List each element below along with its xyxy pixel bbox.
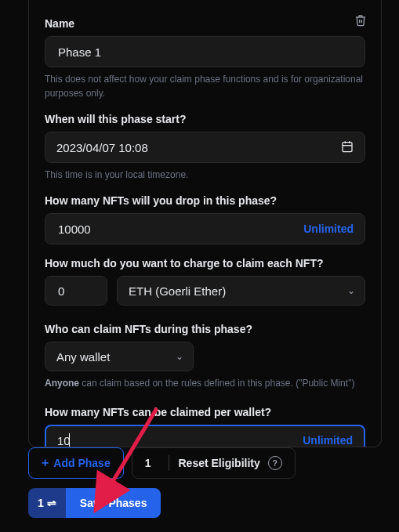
text-cursor [69,433,70,447]
separator [169,455,169,471]
svg-rect-0 [343,142,352,151]
name-input-field[interactable] [56,45,354,60]
delete-phase-icon[interactable] [354,14,367,30]
plus-icon: + [42,457,49,469]
price-input[interactable] [45,276,107,306]
swap-icon: ⇌ [47,497,56,509]
who-help: Anyone can claim based on the rules defi… [45,376,365,390]
currency-select[interactable]: ETH (Goerli Ether) ⌄ [117,276,365,306]
add-phase-button[interactable]: + Add Phase [28,447,124,479]
perwallet-input[interactable]: 10 Unlimited [45,425,365,447]
save-phases-button[interactable]: Save Phases [66,488,161,518]
who-select[interactable]: Any wallet ⌄ [45,342,194,371]
chevron-down-icon: ⌄ [176,351,183,362]
when-label: When will this phase start? [45,113,365,125]
save-phases-group: 1 ⇌ Save Phases [28,488,161,518]
chevron-down-icon: ⌄ [347,285,355,296]
drop-unlimited-button[interactable]: Unlimited [303,223,354,235]
who-label: Who can claim NFTs during this phase? [45,323,365,335]
charge-label: How much do you want to charge to claim … [45,257,365,270]
name-label: Name [45,17,365,30]
price-input-field[interactable] [56,284,96,299]
perwallet-label: How many NFTs can be claimed per wallet? [45,406,365,418]
reset-count: 1 [145,457,151,469]
date-value: 2023/04/07 10:08 [56,141,148,154]
when-help: This time is in your local timezone. [45,168,365,182]
calendar-icon[interactable] [341,140,354,155]
name-input[interactable] [45,36,365,67]
date-input[interactable]: 2023/04/07 10:08 [45,132,365,163]
name-help: This does not affect how your claim phas… [45,72,365,100]
reset-eligibility-button[interactable]: 1 Reset Eligibility ? [132,447,296,479]
pending-changes-count[interactable]: 1 ⇌ [28,488,66,518]
who-value: Any wallet [56,350,110,364]
drop-label: How many NFTs will you drop in this phas… [45,194,365,207]
drop-input[interactable]: Unlimited [45,213,365,244]
footer: + Add Phase 1 Reset Eligibility ? 1 ⇌ Sa… [28,447,382,518]
perwallet-unlimited-button[interactable]: Unlimited [303,434,353,447]
help-icon: ? [268,456,282,470]
who-help-strong: Anyone [45,378,79,389]
currency-value: ETH (Goerli Ether) [129,284,226,298]
phase-card: Name This does not affect how your claim… [28,0,382,447]
